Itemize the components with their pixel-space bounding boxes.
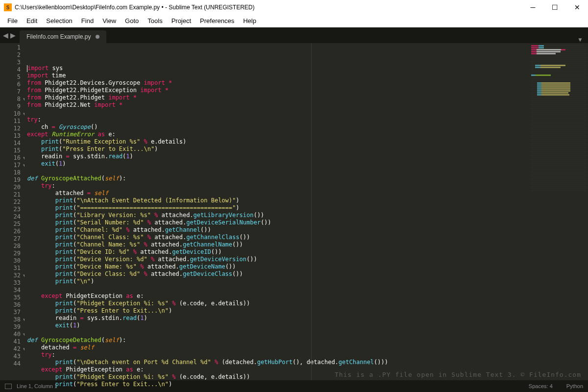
code-line[interactable] <box>24 329 529 337</box>
line-number[interactable]: 33 <box>0 279 24 287</box>
line-number[interactable]: 6 <box>0 81 24 88</box>
line-number[interactable]: 24 <box>0 213 24 220</box>
code-line[interactable]: print("Channel: %d" % attached.getChanne… <box>24 226 529 234</box>
line-number[interactable]: 30 <box>0 257 24 265</box>
code-line[interactable]: print("=================================… <box>24 204 529 212</box>
line-number[interactable]: 32 <box>0 272 24 279</box>
line-number[interactable]: 4 <box>0 66 24 74</box>
menu-help[interactable]: Help <box>239 16 261 26</box>
code-line[interactable]: readin = sys.stdin.read(1) <box>24 153 529 160</box>
code-line[interactable]: print("\n") <box>24 278 529 285</box>
code-line[interactable]: print("Press Enter to Exit...\n") <box>24 146 529 153</box>
code-line[interactable]: print("Device Name: %s" % attached.getDe… <box>24 263 529 270</box>
code-line[interactable]: attached = self <box>24 190 529 197</box>
line-number[interactable]: 34 <box>0 287 24 294</box>
line-number[interactable]: 23 <box>0 206 24 213</box>
line-number[interactable]: 9 <box>0 103 24 110</box>
code-line[interactable]: exit(1) <box>24 322 529 329</box>
line-number[interactable]: 19 <box>0 176 24 184</box>
menu-find[interactable]: Find <box>77 16 98 26</box>
line-number[interactable]: 25 <box>0 220 24 228</box>
menu-selection[interactable]: Selection <box>42 16 76 26</box>
code-line[interactable]: print("Phidget Exception %i: %s" % (e.co… <box>24 300 529 307</box>
line-number[interactable]: 7 <box>0 88 24 96</box>
code-line[interactable]: try: <box>24 182 529 190</box>
syntax-setting[interactable]: Python <box>566 383 583 389</box>
line-number-gutter[interactable]: 1234567891011121314151617181920212223242… <box>0 43 24 380</box>
code-line[interactable]: import time <box>24 72 529 79</box>
code-line[interactable]: except RuntimeError as e: <box>24 131 529 138</box>
panel-switcher-icon[interactable] <box>5 384 12 389</box>
menu-project[interactable]: Project <box>167 16 196 26</box>
code-line[interactable] <box>24 109 529 116</box>
line-number[interactable]: 15 <box>0 147 24 154</box>
code-line[interactable]: print("Device Version: %d" % attached.ge… <box>24 256 529 263</box>
menu-preferences[interactable]: Preferences <box>196 16 239 26</box>
line-number[interactable]: 41 <box>0 338 24 345</box>
line-number[interactable]: 18 <box>0 169 24 176</box>
line-number[interactable]: 17 <box>0 162 24 169</box>
menu-goto[interactable]: Goto <box>121 16 143 26</box>
code-line[interactable]: from Phidget22.Phidget import * <box>24 94 529 101</box>
menu-edit[interactable]: Edit <box>22 16 42 26</box>
line-number[interactable]: 16 <box>0 154 24 162</box>
code-line[interactable]: import sys <box>24 65 529 72</box>
line-number[interactable]: 27 <box>0 235 24 243</box>
code-line[interactable]: print("Device ID: %d" % attached.getDevi… <box>24 248 529 256</box>
line-number[interactable]: 36 <box>0 301 24 309</box>
line-number[interactable]: 10 <box>0 110 24 118</box>
line-number[interactable]: 29 <box>0 250 24 257</box>
line-number[interactable]: 22 <box>0 198 24 206</box>
code-line[interactable]: print("Channel Class: %s" % attached.get… <box>24 234 529 241</box>
menu-tools[interactable]: Tools <box>143 16 167 26</box>
line-number[interactable]: 3 <box>0 59 24 66</box>
minimize-button[interactable]: ─ <box>522 0 544 15</box>
line-number[interactable]: 11 <box>0 118 24 125</box>
code-line[interactable]: print("\nDetach event on Port %d Channel… <box>24 359 529 366</box>
editor-tab[interactable]: FileInfo.com Example.py <box>20 30 106 43</box>
code-line[interactable] <box>24 285 529 293</box>
minimap[interactable] <box>529 43 588 380</box>
code-line[interactable]: ch = Gyroscope() <box>24 123 529 131</box>
line-number[interactable]: 40 <box>0 331 24 338</box>
line-number[interactable]: 14 <box>0 140 24 147</box>
menu-view[interactable]: View <box>98 16 121 26</box>
menu-file[interactable]: File <box>3 16 22 26</box>
code-line[interactable] <box>24 168 529 175</box>
code-line[interactable]: from Phidget22.Devices.Gyroscope import … <box>24 79 529 87</box>
line-number[interactable]: 44 <box>0 360 24 368</box>
line-number[interactable]: 1 <box>0 44 24 51</box>
code-line[interactable]: print("Serial Number: %d" % attached.get… <box>24 219 529 226</box>
line-number[interactable]: 31 <box>0 265 24 272</box>
maximize-button[interactable]: ☐ <box>544 0 566 15</box>
code-line[interactable]: except PhidgetException as e: <box>24 293 529 300</box>
code-line[interactable]: def GyroscopeAttached(self): <box>24 175 529 182</box>
line-number[interactable]: 20 <box>0 184 24 191</box>
line-number[interactable]: 35 <box>0 294 24 301</box>
nav-back-icon[interactable]: ◀ <box>3 31 8 39</box>
code-line[interactable]: print("\nAttach Event Detected (Informat… <box>24 197 529 204</box>
line-number[interactable]: 5 <box>0 74 24 81</box>
line-number[interactable]: 37 <box>0 309 24 316</box>
line-number[interactable]: 13 <box>0 132 24 140</box>
code-line[interactable]: print("Channel Name: %s" % attached.getC… <box>24 241 529 248</box>
code-line[interactable]: try: <box>24 351 529 359</box>
indent-setting[interactable]: Spaces: 4 <box>529 383 553 389</box>
code-line[interactable]: from Phidget22.PhidgetException import * <box>24 87 529 94</box>
code-line[interactable]: print("Press Enter to Exit...\n") <box>24 381 529 388</box>
line-number[interactable]: 38 <box>0 316 24 323</box>
line-number[interactable]: 21 <box>0 191 24 198</box>
code-line[interactable]: def GyroscopeDetached(self): <box>24 337 529 344</box>
code-line[interactable]: print("Device Class: %d" % attached.getD… <box>24 270 529 278</box>
line-number[interactable]: 39 <box>0 323 24 331</box>
line-number[interactable]: 42 <box>0 345 24 353</box>
line-number[interactable]: 2 <box>0 51 24 59</box>
code-line[interactable]: from Phidget22.Net import * <box>24 101 529 109</box>
tab-dropdown-icon[interactable]: ▼ <box>572 36 588 43</box>
code-line[interactable]: readin = sys.stdin.read(1) <box>24 315 529 322</box>
line-number[interactable]: 43 <box>0 353 24 360</box>
code-line[interactable]: print("Library Version: %s" % attached.g… <box>24 212 529 219</box>
line-number[interactable]: 12 <box>0 125 24 132</box>
line-number[interactable]: 26 <box>0 228 24 235</box>
line-number[interactable]: 28 <box>0 243 24 250</box>
